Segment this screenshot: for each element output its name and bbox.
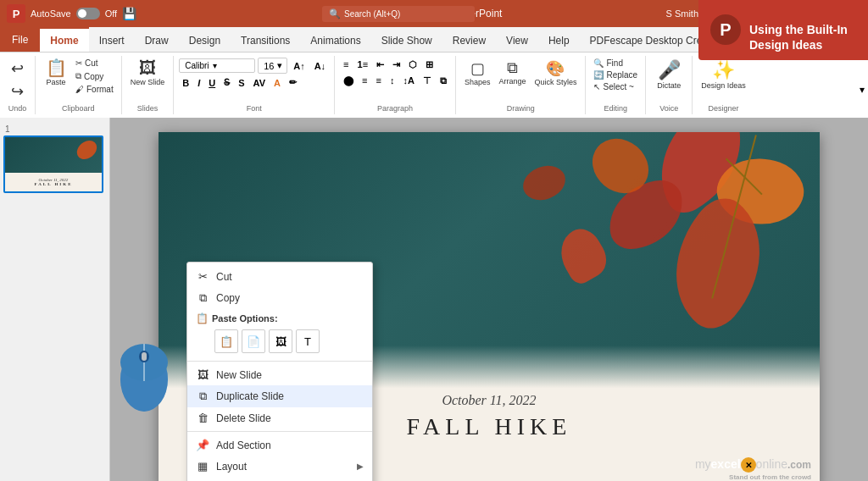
editing-group-label: Editing [604, 102, 628, 113]
arrange-button[interactable]: ⧉ Arrange [495, 58, 529, 87]
layout-arrow-icon: ▶ [357, 462, 364, 471]
new-slide-button[interactable]: 🖼 New Slide [127, 58, 169, 88]
slide-thumbnail-1[interactable]: October 11, 2022 FALL HIKE [3, 135, 103, 193]
app-logo: P [7, 4, 25, 23]
tab-review[interactable]: Review [442, 27, 496, 52]
convert-smartart-button[interactable]: ⧉ [437, 74, 450, 88]
tab-help[interactable]: Help [538, 27, 580, 52]
font-decrease-button[interactable]: A↓ [311, 59, 329, 73]
tab-insert[interactable]: Insert [89, 27, 135, 52]
align-text-button[interactable]: ⊤ [420, 74, 435, 88]
redo-button[interactable]: ↪ [6, 80, 30, 102]
line-spacing-button[interactable]: ↕ [387, 74, 398, 88]
watermark: myexcel✕online.com Stand out from the cr… [695, 455, 811, 482]
format-painter-icon: 🖌 [75, 85, 84, 94]
increase-indent-button[interactable]: ⇥ [389, 58, 403, 72]
italic-button[interactable]: I [194, 76, 203, 90]
tab-file[interactable]: File [0, 27, 40, 52]
ribbon-group-font: Calibri▾ 16▾ A↑ A↓ B I U S̶ S AV A ✏ Fon… [174, 56, 335, 114]
dictate-button[interactable]: 🎤 Dictate [654, 58, 684, 91]
paste-btn-1[interactable]: 📋 [214, 329, 238, 353]
tab-transitions[interactable]: Transitions [231, 27, 300, 52]
highlight-button[interactable]: ✏ [286, 75, 300, 90]
font-family-dropdown[interactable]: Calibri▾ [179, 58, 255, 73]
paste-btn-3[interactable]: 🖼 [269, 329, 292, 353]
layout-label: Layout [216, 461, 247, 473]
mouse-illustration [110, 324, 178, 417]
shadow-button[interactable]: S [235, 76, 248, 90]
char-spacing-button[interactable]: AV [250, 76, 269, 90]
paste-btn-4[interactable]: T [296, 329, 320, 353]
tab-animations[interactable]: Animations [300, 27, 370, 52]
new-slide-label: New Slide [216, 369, 262, 381]
ribbon-group-drawing: ▢ Shapes ⧉ Arrange 🎨 Quick Styles Drawin… [456, 56, 587, 114]
menu-divider-1 [187, 361, 372, 362]
find-icon: 🔍 [593, 58, 604, 68]
menu-item-duplicate-slide[interactable]: ⧉ Duplicate Slide [187, 385, 372, 407]
copy-button[interactable]: ⧉Copy [73, 70, 116, 82]
tab-design[interactable]: Design [179, 27, 231, 52]
voice-group-label: Voice [659, 102, 678, 113]
tab-draw[interactable]: Draw [135, 27, 179, 52]
shapes-icon: ▢ [470, 59, 485, 78]
ribbon-content: ↩ ↪ Undo 📋 Paste ✂Cut ⧉Copy 🖌Format [0, 53, 868, 118]
decrease-indent-button[interactable]: ⇤ [373, 58, 387, 72]
replace-button[interactable]: 🔄 Replace [591, 69, 640, 80]
tab-home[interactable]: Home [40, 27, 88, 52]
paste-options-label: Paste Options: [212, 313, 278, 323]
numbering-button[interactable]: 1≡ [354, 58, 372, 72]
ribbon-group-paragraph: ≡ 1≡ ⇤ ⇥ ⬡ ⊞ ⬤ ≡ ≡ ↕ ↕A ⊤ ⧉ Paragraph [335, 56, 456, 114]
text-direction-button[interactable]: ↕A [399, 74, 417, 88]
find-button[interactable]: 🔍 Find [591, 58, 625, 69]
ribbon-expand-button[interactable]: ▾ [856, 80, 868, 99]
slide-number-label: 1 [3, 124, 106, 134]
bullets-button[interactable]: ≡ [340, 58, 352, 72]
drawing-group-label: Drawing [507, 102, 535, 113]
align-left-button[interactable]: ⬤ [340, 74, 357, 88]
autosave-toggle[interactable] [76, 8, 100, 19]
select-icon: ↖ [593, 82, 600, 91]
tab-view[interactable]: View [496, 27, 538, 52]
bold-button[interactable]: B [179, 76, 192, 90]
format-painter-button[interactable]: 🖌Format [73, 84, 116, 95]
menu-item-add-section[interactable]: 📌 Add Section [187, 434, 372, 456]
paste-button[interactable]: 📋 Paste [41, 58, 71, 88]
design-ideas-button[interactable]: ✨ Design Ideas [698, 58, 749, 91]
search-icon: 🔍 [329, 8, 341, 19]
menu-item-layout[interactable]: ▦ Layout ▶ [187, 456, 372, 477]
underline-button[interactable]: U [205, 76, 219, 90]
duplicate-menu-icon: ⧉ [196, 390, 209, 403]
menu-item-new-slide[interactable]: 🖼 New Slide [187, 364, 372, 385]
menu-item-reset-slide[interactable]: ↺ Reset Slide [187, 477, 372, 481]
menu-item-copy[interactable]: ⧉ Copy [187, 287, 372, 309]
design-callout-text: Using the Built-In Design Ideas [749, 7, 848, 53]
autosave-label: AutoSave [31, 8, 71, 19]
smart-art-button[interactable]: ⬡ [405, 58, 420, 72]
save-icon[interactable]: 💾 [122, 7, 136, 20]
align-center-button[interactable]: ≡ [359, 74, 370, 88]
undo-group-label: Undo [8, 102, 27, 113]
search-placeholder: Search (Alt+Q) [344, 9, 400, 19]
strikethrough-button[interactable]: S̶ [220, 75, 233, 90]
columns-button[interactable]: ⊞ [422, 58, 437, 72]
font-color-button[interactable]: A [270, 76, 284, 90]
font-increase-button[interactable]: A↑ [290, 59, 308, 73]
select-button[interactable]: ↖ Select ~ [591, 81, 636, 92]
menu-divider-2 [187, 431, 372, 432]
search-bar[interactable]: 🔍 Search (Alt+Q) [322, 6, 475, 22]
font-size-dropdown[interactable]: 16▾ [258, 58, 287, 74]
thumb-text: October 11, 2022 FALL HIKE [5, 178, 102, 186]
canvas-area: October 11, 2022 FALL HIKE myexcel✕onlin… [110, 118, 868, 481]
tab-slide-show[interactable]: Slide Show [371, 27, 442, 52]
paste-header-icon: 📋 [196, 312, 209, 324]
undo-button[interactable]: ↩ [6, 58, 30, 80]
copy-label: Copy [216, 292, 240, 304]
shapes-button[interactable]: ▢ Shapes [461, 58, 494, 88]
add-section-label: Add Section [216, 440, 271, 451]
quick-styles-button[interactable]: 🎨 Quick Styles [531, 58, 580, 88]
paste-btn-2[interactable]: 📄 [242, 329, 265, 353]
menu-item-delete-slide[interactable]: 🗑 Delete Slide [187, 407, 372, 428]
menu-item-cut[interactable]: ✂ Cut [187, 266, 372, 287]
cut-button[interactable]: ✂Cut [73, 58, 116, 69]
align-right-button[interactable]: ≡ [373, 74, 385, 88]
